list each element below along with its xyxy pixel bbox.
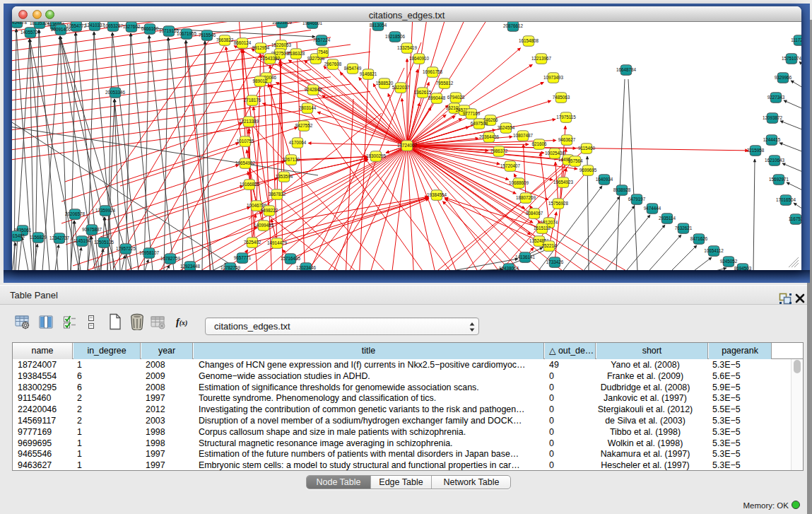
svg-text:6479197: 6479197 — [628, 197, 646, 201]
svg-text:12093872: 12093872 — [763, 115, 783, 120]
svg-text:10025438: 10025438 — [545, 151, 565, 156]
svg-text:1588520: 1588520 — [376, 81, 394, 86]
svg-text:7986372: 7986372 — [490, 148, 508, 153]
svg-text:3624554: 3624554 — [498, 125, 515, 130]
svg-text:9699695: 9699695 — [579, 168, 597, 173]
svg-text:17016504: 17016504 — [776, 197, 796, 202]
svg-text:20206578: 20206578 — [65, 211, 86, 216]
svg-text:5322037: 5322037 — [392, 85, 410, 90]
svg-text:7857224: 7857224 — [313, 37, 331, 42]
svg-text:3215958: 3215958 — [747, 148, 765, 153]
svg-text:7625402: 7625402 — [244, 240, 261, 245]
svg-text:18300295: 18300295 — [366, 153, 387, 158]
svg-text:8694503: 8694503 — [734, 266, 752, 270]
svg-text:4170064: 4170064 — [289, 140, 307, 145]
svg-text:17957225: 17957225 — [116, 246, 136, 251]
svg-text:18640910: 18640910 — [409, 56, 430, 61]
svg-text:12923448: 12923448 — [180, 264, 201, 269]
svg-text:10554772: 10554772 — [66, 23, 87, 28]
svg-text:16353809: 16353809 — [272, 22, 293, 25]
svg-text:15720407: 15720407 — [500, 163, 521, 168]
svg-text:8912954: 8912954 — [252, 45, 270, 50]
svg-text:1117206: 1117206 — [791, 37, 801, 42]
svg-text:8990448: 8990448 — [428, 95, 446, 100]
svg-text:2967608: 2967608 — [324, 62, 342, 66]
svg-text:9146821: 9146821 — [360, 71, 377, 76]
svg-text:12342737: 12342737 — [49, 235, 70, 240]
svg-text:116753: 116753 — [789, 216, 801, 221]
svg-text:16648784: 16648784 — [616, 67, 637, 72]
svg-text:6497508: 6497508 — [471, 121, 488, 126]
svg-text:14099485: 14099485 — [254, 223, 274, 228]
svg-text:3915481: 3915481 — [12, 233, 25, 238]
svg-text:19384554: 19384554 — [427, 192, 447, 197]
svg-text:19166825: 19166825 — [240, 182, 260, 187]
svg-text:90975887: 90975887 — [82, 227, 102, 232]
svg-text:1327602: 1327602 — [123, 24, 141, 29]
svg-text:10973493: 10973493 — [543, 75, 564, 80]
svg-text:7515546: 7515546 — [199, 33, 216, 37]
svg-text:1156829: 1156829 — [30, 235, 47, 240]
svg-text:7546: 7546 — [318, 49, 329, 54]
svg-text:7485063: 7485063 — [553, 95, 570, 100]
svg-text:9463627: 9463627 — [558, 137, 576, 142]
svg-text:17438064: 17438064 — [499, 266, 519, 270]
svg-text:10654982: 10654982 — [235, 160, 256, 165]
svg-text:9777169: 9777169 — [463, 111, 481, 116]
svg-text:12410337: 12410337 — [85, 23, 105, 28]
svg-text:989012: 989012 — [252, 78, 268, 83]
svg-text:16210643: 16210643 — [765, 158, 785, 163]
svg-text:10671955: 10671955 — [177, 31, 197, 36]
svg-text:9329966: 9329966 — [775, 75, 792, 80]
svg-text:8813054: 8813054 — [370, 23, 387, 28]
svg-text:2718176: 2718176 — [244, 98, 261, 103]
svg-text:15692971: 15692971 — [769, 177, 789, 182]
svg-text:10782759: 10782759 — [220, 265, 241, 270]
svg-text:14055724: 14055724 — [20, 30, 41, 35]
svg-text:1244415: 1244415 — [763, 137, 781, 142]
svg-text:3267130: 3267130 — [283, 157, 300, 162]
svg-text:7632621: 7632621 — [675, 226, 693, 230]
svg-text:20364436: 20364436 — [479, 134, 500, 139]
svg-text:20876612: 20876612 — [503, 23, 524, 28]
svg-text:1145194: 1145194 — [73, 238, 91, 243]
svg-text:19846601: 19846601 — [302, 22, 323, 25]
svg-text:957564: 957564 — [567, 158, 583, 163]
svg-text:9242848: 9242848 — [305, 87, 322, 92]
svg-text:8938928: 8938928 — [613, 187, 631, 192]
svg-text:13325419: 13325419 — [397, 45, 418, 50]
svg-text:10688609: 10688609 — [509, 180, 529, 185]
svg-text:1640934: 1640934 — [596, 177, 613, 182]
svg-text:16454878: 16454878 — [12, 22, 27, 25]
svg-text:20053346: 20053346 — [105, 90, 126, 95]
svg-text:1733426: 1733426 — [546, 259, 564, 264]
svg-text:9084067: 9084067 — [526, 211, 543, 216]
svg-text:1615112: 1615112 — [534, 226, 551, 230]
svg-text:252214: 252214 — [541, 243, 557, 248]
svg-text:10654112: 10654112 — [704, 248, 724, 253]
svg-text:15226053: 15226053 — [271, 42, 292, 47]
svg-text:16782759: 16782759 — [160, 256, 181, 261]
svg-text:6794028: 6794028 — [447, 95, 465, 100]
svg-text:6466160: 6466160 — [141, 26, 159, 31]
svg-text:10807487: 10807487 — [513, 133, 534, 138]
svg-text:10653287: 10653287 — [103, 23, 124, 28]
svg-text:3867832: 3867832 — [269, 192, 286, 197]
svg-text:10958107: 10958107 — [139, 250, 160, 255]
svg-text:19218506: 19218506 — [385, 34, 406, 39]
svg-text:14136141: 14136141 — [515, 255, 536, 259]
svg-text:7955812: 7955812 — [436, 81, 454, 86]
svg-text:14914479: 14914479 — [267, 240, 288, 245]
svg-text:15756928: 15756928 — [548, 201, 569, 206]
svg-text:621606: 621606 — [531, 141, 547, 146]
svg-text:2935114: 2935114 — [659, 216, 676, 221]
svg-text:9245052: 9245052 — [720, 259, 738, 264]
svg-text:16154808: 16154808 — [519, 38, 539, 43]
svg-text:8454749: 8454749 — [344, 66, 362, 71]
svg-text:9474444: 9474444 — [644, 206, 661, 211]
svg-text:17975115: 17975115 — [556, 115, 576, 119]
svg-text:1362615: 1362615 — [414, 90, 432, 95]
svg-text:8186328: 8186328 — [288, 51, 305, 56]
svg-text:9115460: 9115460 — [578, 146, 596, 151]
svg-text:18807269: 18807269 — [516, 195, 536, 200]
